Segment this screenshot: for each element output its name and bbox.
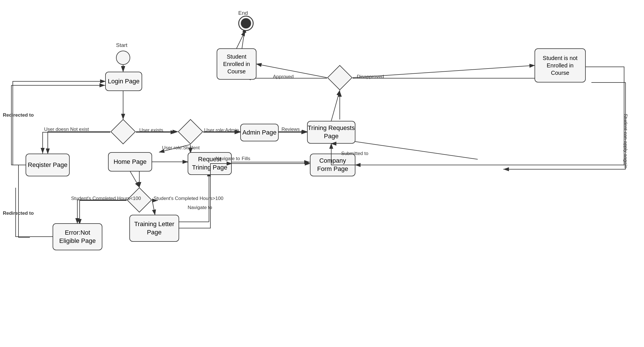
label-navigate-to-2: Navigate to — [188, 205, 212, 210]
label-redirected-to-1: Redirected to — [3, 112, 34, 118]
decision-3-diamond — [327, 65, 353, 90]
home-page-node: Home Page — [108, 152, 152, 172]
label-hours-lt: Student's Completed Hours<100 — [71, 196, 141, 201]
label-user-role-admin: User role:Admin — [204, 127, 239, 133]
svg-marker-32 — [178, 119, 203, 144]
end-node-inner — [241, 18, 251, 28]
label-navigate-to-1: Navigate to — [216, 156, 240, 162]
label-hours-gt: Student's Completed Hours>100 — [154, 196, 223, 201]
start-label: Start — [116, 42, 127, 48]
label-reviews: Reviews — [281, 127, 300, 132]
label-fills: Fills — [242, 156, 250, 162]
decision-2-diamond — [178, 119, 203, 144]
label-student-can-apply: Student can apply aagain — [623, 114, 628, 168]
student-not-enrolled-node: Student is not Enrolled in Course — [535, 48, 586, 82]
student-enrolled-node: Student Enrolled in Course — [217, 48, 256, 80]
label-user-exists: User exists — [139, 127, 163, 133]
training-requests-page-node: Trining Requests Page — [307, 121, 355, 144]
diagram-canvas: Start End Login Page Reqister Page Home … — [0, 0, 644, 347]
end-node — [238, 16, 254, 31]
login-page-node: Login Page — [105, 72, 142, 91]
label-disapproved: Disapproved — [357, 74, 384, 80]
svg-marker-33 — [328, 65, 352, 90]
decision-1-diamond — [110, 119, 136, 144]
label-redirected-to-2: Redirected to — [3, 210, 34, 216]
label-approved: Approved — [273, 74, 294, 80]
register-page-node: Reqister Page — [26, 154, 70, 176]
svg-marker-31 — [111, 119, 135, 144]
error-page-node: Error:Not Eligible Page — [53, 223, 102, 250]
company-form-page-node: Company Form Page — [310, 154, 355, 176]
request-training-page-node: Request Trining Page — [188, 152, 232, 175]
admin-page-node: Admin Page — [240, 124, 279, 141]
label-submitted-to: Submitted to — [341, 151, 368, 156]
label-user-not-exist: User doesn Not exist — [44, 127, 89, 132]
training-letter-page-node: Training Letter Page — [129, 215, 179, 242]
label-user-role-student: User role:Student — [162, 145, 200, 151]
start-node — [116, 51, 130, 65]
end-label: End — [238, 10, 248, 16]
